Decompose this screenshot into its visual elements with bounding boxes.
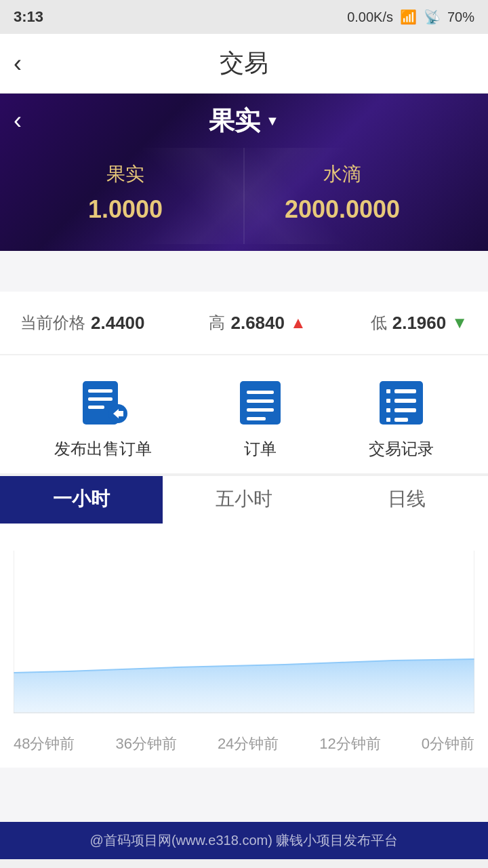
time-tabs: 一小时 五小时 日线 xyxy=(0,476,488,524)
sub-nav-title: 果实 xyxy=(209,104,260,138)
up-arrow-icon: ▲ xyxy=(290,313,306,332)
svg-rect-7 xyxy=(247,391,274,394)
svg-rect-2 xyxy=(88,397,113,401)
status-time: 3:13 xyxy=(14,8,43,26)
balance-row: 果实 1.0000 水滴 2000.0000 xyxy=(0,148,488,244)
low-price: 低 2.1960 ▼ xyxy=(371,312,468,334)
svg-rect-14 xyxy=(386,399,390,403)
svg-rect-17 xyxy=(394,408,416,412)
purple-header: ‹ 果实 ▼ 果实 1.0000 水滴 2000.0000 xyxy=(0,94,488,251)
status-bar: 3:13 0.00K/s 📶 📡 70% xyxy=(0,0,488,34)
fruit-value: 1.0000 xyxy=(88,195,163,224)
tab-daily[interactable]: 日线 xyxy=(325,476,488,524)
svg-rect-10 xyxy=(247,417,266,420)
svg-rect-19 xyxy=(394,418,408,422)
water-balance: 水滴 2000.0000 xyxy=(285,161,400,224)
current-price-label: 当前价格 xyxy=(20,312,85,334)
trade-record-label: 交易记录 xyxy=(369,438,434,460)
footer: @首码项目网(www.e318.com) 赚钱小项目发布平台 xyxy=(0,822,488,859)
order-label: 订单 xyxy=(244,438,277,460)
top-nav-bar: ‹ 交易 xyxy=(0,34,488,94)
svg-rect-15 xyxy=(394,399,416,403)
x-label-48: 48分钟前 xyxy=(14,734,75,754)
sell-order-button[interactable]: 发布出售订单 xyxy=(54,376,152,460)
spacer xyxy=(0,251,488,292)
trade-record-icon xyxy=(374,376,428,430)
trade-record-button[interactable]: 交易记录 xyxy=(369,376,434,460)
tab-one-hour[interactable]: 一小时 xyxy=(0,476,163,524)
price-row: 当前价格 2.4400 高 2.6840 ▲ 低 2.1960 ▼ xyxy=(0,292,488,354)
x-label-0: 0分钟前 xyxy=(422,734,474,754)
down-arrow-icon: ▼ xyxy=(451,313,468,332)
sub-back-button[interactable]: ‹ xyxy=(14,106,22,135)
dropdown-arrow-icon[interactable]: ▼ xyxy=(266,113,279,129)
svg-rect-9 xyxy=(247,408,274,412)
page-title: 交易 xyxy=(220,47,268,80)
back-button[interactable]: ‹ xyxy=(14,50,22,78)
chart-area: 48分钟前 36分钟前 24分钟前 12分钟前 0分钟前 xyxy=(0,524,488,768)
action-row: 发布出售订单 订单 xyxy=(0,355,488,473)
svg-rect-13 xyxy=(394,389,416,393)
low-price-value: 2.1960 xyxy=(392,313,447,334)
footer-text: @首码项目网(www.e318.com) 赚钱小项目发布平台 xyxy=(90,833,399,848)
high-price-label: 高 xyxy=(209,312,225,334)
x-axis-labels: 48分钟前 36分钟前 24分钟前 12分钟前 0分钟前 xyxy=(14,727,474,754)
sell-order-label: 发布出售订单 xyxy=(54,438,152,460)
tab-five-hours[interactable]: 五小时 xyxy=(163,476,325,524)
high-price: 高 2.6840 ▲ xyxy=(209,312,306,334)
fruit-balance: 果实 1.0000 xyxy=(88,161,163,224)
network-speed: 0.00K/s xyxy=(347,9,393,25)
order-button[interactable]: 订单 xyxy=(233,376,287,460)
low-price-label: 低 xyxy=(371,312,387,334)
wifi-icon: 📶 xyxy=(400,9,417,25)
water-label: 水滴 xyxy=(285,161,400,187)
current-price: 当前价格 2.4400 xyxy=(20,312,145,334)
high-price-value: 2.6840 xyxy=(230,313,285,334)
signal-icon: 📡 xyxy=(424,9,441,25)
svg-rect-1 xyxy=(88,389,113,393)
order-icon xyxy=(233,376,287,430)
bottom-spacer xyxy=(0,768,488,822)
price-chart xyxy=(14,551,474,727)
svg-rect-16 xyxy=(386,408,390,412)
svg-rect-3 xyxy=(88,406,104,409)
x-label-24: 24分钟前 xyxy=(218,734,279,754)
sub-nav: ‹ 果实 ▼ xyxy=(0,94,488,148)
current-price-value: 2.4400 xyxy=(91,313,145,334)
sell-order-icon xyxy=(76,376,130,430)
status-right: 0.00K/s 📶 📡 70% xyxy=(347,9,474,25)
battery-level: 70% xyxy=(447,9,474,25)
svg-rect-18 xyxy=(386,418,390,422)
svg-rect-8 xyxy=(247,399,274,403)
fruit-label: 果实 xyxy=(88,161,163,187)
svg-rect-12 xyxy=(386,389,390,393)
x-label-36: 36分钟前 xyxy=(115,734,176,754)
x-label-12: 12分钟前 xyxy=(319,734,380,754)
water-value: 2000.0000 xyxy=(285,195,400,224)
